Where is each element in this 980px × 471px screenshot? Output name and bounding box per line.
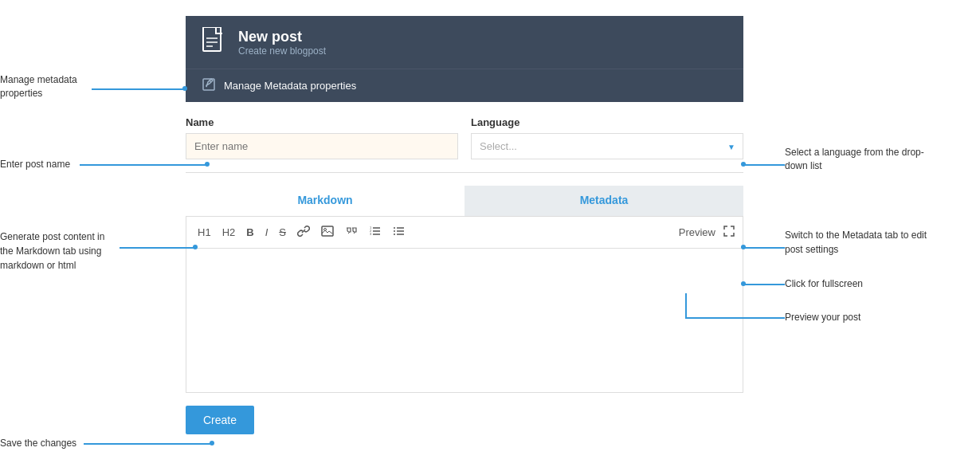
annotation-line-metadata-tab [743, 247, 785, 249]
annotation-line-markdown [120, 247, 195, 249]
annotation-dot-language [741, 162, 746, 167]
form-row: Name Language Select... English French G… [186, 116, 743, 173]
language-label: Language [471, 116, 743, 128]
annotation-save: Save the changes [0, 437, 84, 450]
preview-button[interactable]: Preview [679, 226, 715, 238]
language-select-wrapper: Select... English French German Spanish … [471, 133, 743, 159]
toolbar-image[interactable] [318, 224, 337, 241]
annotation-line-preview-h [685, 317, 785, 319]
tabs-row: Markdown Metadata [186, 186, 743, 216]
toolbar-strikethrough[interactable]: S [276, 225, 289, 240]
toolbar-link[interactable] [294, 223, 313, 241]
name-label: Name [186, 116, 458, 128]
annotation-enter-name: Enter post name [0, 158, 80, 171]
metadata-label: Manage Metadata properties [224, 80, 356, 92]
svg-rect-5 [322, 226, 333, 236]
annotation-manage-metadata: Manage metadata properties [0, 73, 92, 100]
annotation-markdown: Generate post content in the Markdown ta… [0, 230, 120, 273]
header-panel: New post Create new blogpost Manage Meta… [186, 16, 743, 102]
form-area: Name Language Select... English French G… [186, 102, 743, 393]
annotation-dot-metadata-tab [741, 245, 746, 249]
annotation-dot-manage [182, 86, 187, 91]
svg-text:3: 3 [370, 232, 372, 236]
tab-metadata[interactable]: Metadata [465, 186, 743, 216]
footer-area: Create [186, 393, 743, 447]
edit-icon [202, 77, 216, 94]
editor-toolbar: H1 H2 B I S [186, 217, 743, 249]
header-metadata[interactable]: Manage Metadata properties [186, 69, 743, 102]
annotation-dot-name [205, 162, 210, 167]
toolbar-unordered-list[interactable] [390, 224, 409, 241]
toolbar-h2[interactable]: H2 [219, 225, 239, 240]
annotation-line-language [743, 164, 785, 166]
editor-area: H1 H2 B I S [186, 216, 743, 393]
document-icon [202, 27, 227, 57]
annotation-language: Select a language from the drop-down lis… [785, 146, 924, 173]
new-post-title: New post [238, 29, 326, 45]
annotation-preview: Preview your post [785, 311, 900, 324]
annotation-dot-markdown [193, 245, 198, 249]
new-post-subtitle: Create new blogpost [238, 45, 326, 57]
toolbar-ordered-list[interactable]: 1 2 3 [366, 224, 385, 241]
svg-point-20 [394, 234, 395, 235]
annotation-line-fullscreen [743, 284, 785, 285]
toolbar-right: Preview [679, 226, 735, 239]
language-group: Language Select... English French German… [471, 116, 743, 159]
toolbar-italic[interactable]: I [262, 225, 272, 240]
new-post-header: New post Create new blogpost [186, 16, 743, 69]
fullscreen-button[interactable] [723, 226, 735, 239]
name-group: Name [186, 116, 458, 159]
toolbar-h1[interactable]: H1 [194, 225, 214, 240]
toolbar-quote[interactable] [342, 224, 361, 241]
toolbar-bold[interactable]: B [243, 225, 257, 240]
header-title-group: New post Create new blogpost [238, 29, 326, 57]
annotation-metadata-tab: Switch to the Metadata tab to edit post … [785, 228, 932, 257]
svg-rect-0 [203, 27, 221, 51]
annotation-dot-save [210, 441, 214, 445]
annotation-line-name [80, 164, 207, 166]
tab-markdown[interactable]: Markdown [186, 186, 465, 216]
name-input[interactable] [186, 133, 458, 159]
annotation-line-manage [92, 88, 186, 90]
annotation-dot-fullscreen [741, 281, 746, 286]
svg-point-19 [394, 230, 395, 232]
language-select[interactable]: Select... English French German Spanish [471, 133, 743, 159]
annotation-line-save [84, 443, 211, 445]
editor-body[interactable] [186, 249, 743, 392]
svg-point-18 [394, 227, 395, 229]
create-button[interactable]: Create [186, 406, 254, 434]
annotation-fullscreen: Click for fullscreen [785, 277, 900, 291]
main-wrapper: New post Create new blogpost Manage Meta… [0, 0, 980, 463]
annotation-line-preview-v [685, 293, 687, 317]
